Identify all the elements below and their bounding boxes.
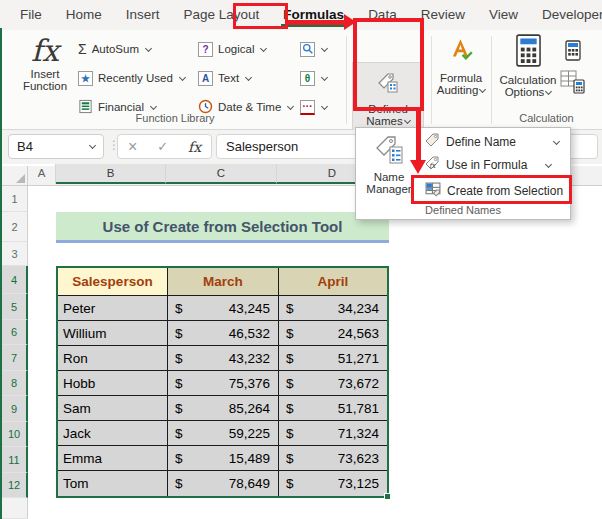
cell-march[interactable]: $43,232 bbox=[168, 346, 279, 371]
calculate-sheet-button[interactable] bbox=[560, 72, 586, 94]
fill-handle[interactable] bbox=[384, 493, 391, 500]
cell-march[interactable]: $75,376 bbox=[168, 371, 279, 396]
chevron-down-icon bbox=[179, 73, 186, 80]
insert-function-button[interactable]: fx Insert Function bbox=[14, 34, 76, 114]
cell-name[interactable]: Sam bbox=[58, 396, 168, 421]
name-manager-label-1: Name bbox=[374, 171, 405, 183]
cell-name[interactable]: Willium bbox=[58, 321, 168, 346]
row-header-10[interactable]: 10 bbox=[2, 422, 28, 447]
text-button[interactable]: A Text bbox=[198, 67, 251, 89]
chevron-down-icon bbox=[89, 142, 96, 149]
cell-april[interactable]: $73,623 bbox=[279, 446, 387, 471]
ribbon: fx Insert Function Σ AutoSum ★ Recently … bbox=[0, 30, 602, 130]
insert-function-fx-icon[interactable]: fx bbox=[188, 139, 201, 155]
cell-name[interactable]: Tom bbox=[58, 471, 168, 496]
row-header-5[interactable]: 5 bbox=[2, 294, 28, 320]
autosum-button[interactable]: Σ AutoSum bbox=[78, 38, 151, 60]
row-header-3[interactable]: 3 bbox=[2, 242, 28, 266]
cell-april[interactable]: $73,125 bbox=[279, 471, 387, 496]
tab-file[interactable]: File bbox=[8, 0, 54, 30]
row-header-12[interactable]: 12 bbox=[2, 473, 28, 498]
define-name-item[interactable]: Define Name bbox=[421, 131, 569, 153]
cell-march[interactable]: $78,649 bbox=[168, 471, 279, 496]
chevron-down-icon bbox=[553, 137, 560, 144]
cell-april[interactable]: $51,781 bbox=[279, 396, 387, 421]
row-header-6[interactable]: 6 bbox=[2, 320, 28, 345]
tab-developer[interactable]: Developer bbox=[530, 0, 602, 30]
sheet-title-text: Use of Create from Selection Tool bbox=[103, 218, 343, 235]
use-in-formula-item[interactable]: fx Use in Formula bbox=[421, 154, 569, 176]
row-header-11[interactable]: 11 bbox=[2, 447, 28, 473]
calculate-now-button[interactable] bbox=[565, 40, 581, 62]
active-cell-b4[interactable]: Salesperson bbox=[58, 268, 168, 296]
column-header-c[interactable]: C bbox=[166, 164, 277, 184]
tab-home[interactable]: Home bbox=[54, 0, 114, 30]
logical-button[interactable]: ? Logical bbox=[198, 38, 266, 60]
tab-formulas-label: Formulas bbox=[283, 7, 344, 22]
lookup-reference-button[interactable] bbox=[300, 38, 327, 60]
tab-data[interactable]: Data bbox=[356, 0, 409, 30]
tab-insert[interactable]: Insert bbox=[114, 0, 172, 30]
row-header-1[interactable]: 1 bbox=[2, 186, 28, 212]
column-header-b[interactable]: B bbox=[56, 164, 166, 184]
name-manager-icon bbox=[374, 134, 404, 168]
header-cell-april[interactable]: April bbox=[279, 268, 387, 296]
tab-file-label: File bbox=[20, 7, 42, 22]
cell-name[interactable]: Ron bbox=[58, 346, 168, 371]
formula-auditing-label-1: Formula bbox=[440, 72, 482, 84]
row-header-blank[interactable] bbox=[2, 498, 28, 519]
logical-label: Logical bbox=[218, 43, 254, 55]
row-header-4[interactable]: 4 bbox=[2, 266, 28, 294]
function-library-group-label: Function Library bbox=[10, 112, 340, 124]
header-cell-march[interactable]: March bbox=[168, 268, 279, 296]
cell-april[interactable]: $73,672 bbox=[279, 371, 387, 396]
tab-view[interactable]: View bbox=[477, 0, 530, 30]
cell-april[interactable]: $34,234 bbox=[279, 296, 387, 321]
sheet-title-cell[interactable]: Use of Create from Selection Tool bbox=[56, 212, 389, 243]
tab-page-layout[interactable]: Page Layout bbox=[172, 0, 272, 30]
cell-name[interactable]: Emma bbox=[58, 446, 168, 471]
create-from-selection-item[interactable]: Create from Selection bbox=[421, 179, 569, 203]
cell-march[interactable]: $43,245 bbox=[168, 296, 279, 321]
select-all-corner[interactable] bbox=[2, 166, 28, 186]
cell-april[interactable]: $51,271 bbox=[279, 346, 387, 371]
cell-april[interactable]: $24,563 bbox=[279, 321, 387, 346]
insert-function-label-2: Function bbox=[23, 80, 67, 92]
cell-march[interactable]: $46,532 bbox=[168, 321, 279, 346]
recently-used-button[interactable]: ★ Recently Used bbox=[78, 67, 185, 89]
enter-check-icon[interactable]: ✓ bbox=[157, 139, 168, 154]
cell-name[interactable]: Hobb bbox=[58, 371, 168, 396]
cell-march[interactable]: $85,264 bbox=[168, 396, 279, 421]
fx-icon: fx bbox=[31, 34, 59, 68]
tab-page-layout-label: Page Layout bbox=[184, 7, 260, 22]
row-header-9[interactable]: 9 bbox=[2, 396, 28, 422]
cancel-icon[interactable]: × bbox=[128, 138, 137, 156]
row-header-8[interactable]: 8 bbox=[2, 371, 28, 396]
name-box-value: B4 bbox=[17, 139, 33, 154]
name-box[interactable]: B4 bbox=[8, 134, 104, 159]
cell-name[interactable]: Peter bbox=[58, 296, 168, 321]
cell-march[interactable]: $59,225 bbox=[168, 421, 279, 446]
calculation-options-label-2: Options bbox=[505, 86, 552, 98]
formula-auditing-button[interactable]: Formula Auditing bbox=[432, 36, 490, 126]
row-header-7[interactable]: 7 bbox=[2, 345, 28, 371]
math-trig-button[interactable]: θ bbox=[300, 67, 327, 89]
tab-formulas[interactable]: Formulas bbox=[271, 0, 356, 30]
column-header-a[interactable]: A bbox=[28, 164, 56, 184]
tab-home-label: Home bbox=[66, 7, 102, 22]
name-manager-label-2: Manager bbox=[366, 183, 411, 195]
ribbon-tab-bar: File Home Insert Page Layout Formulas Da… bbox=[0, 0, 602, 30]
cell-april[interactable]: $71,324 bbox=[279, 421, 387, 446]
chevron-down-icon bbox=[545, 160, 552, 167]
autosum-label: AutoSum bbox=[92, 43, 139, 55]
formula-buttons: × ✓ fx bbox=[117, 134, 212, 159]
defined-names-flyout: Name Manager Define Name fx Use in Formu… bbox=[355, 127, 571, 220]
tab-review[interactable]: Review bbox=[409, 0, 477, 30]
tab-view-label: View bbox=[489, 7, 518, 22]
cell-name[interactable]: Jack bbox=[58, 421, 168, 446]
flyout-group-label: Defined Names bbox=[356, 204, 570, 216]
row-header-2[interactable]: 2 bbox=[2, 212, 28, 242]
chevron-down-icon bbox=[145, 44, 152, 51]
active-tab-underline bbox=[281, 24, 346, 27]
cell-march[interactable]: $15,489 bbox=[168, 446, 279, 471]
